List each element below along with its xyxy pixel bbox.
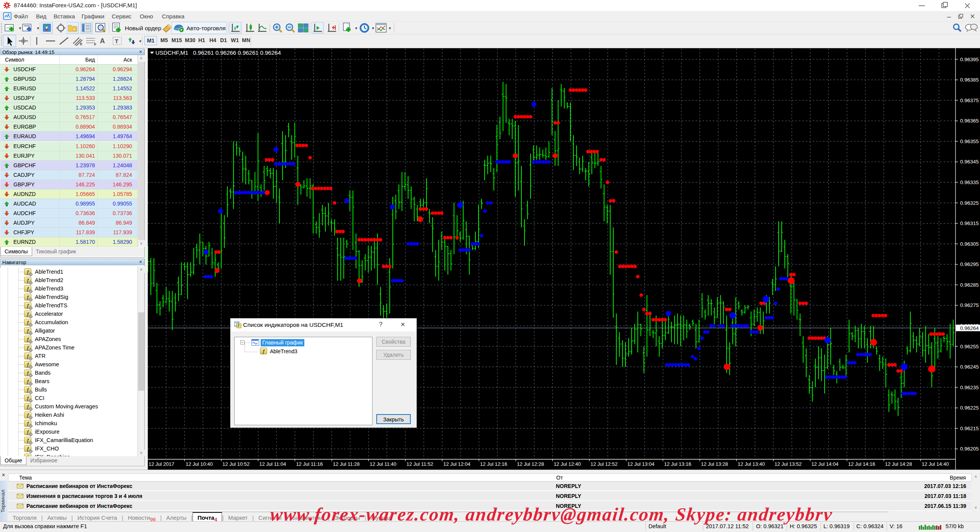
svg-text:12 Jul 10:52: 12 Jul 10:52 xyxy=(222,461,250,467)
svg-text:12 Jul 13:52: 12 Jul 13:52 xyxy=(774,461,802,467)
svg-text:12 Jul 13:28: 12 Jul 13:28 xyxy=(701,461,728,467)
svg-text:12 Jul 13:40: 12 Jul 13:40 xyxy=(738,461,765,467)
svg-text:0.96335: 0.96335 xyxy=(960,180,979,185)
svg-text:F: F xyxy=(94,42,96,46)
svg-text:0.96225: 0.96225 xyxy=(960,405,979,411)
svg-text:12 Jul 14:16: 12 Jul 14:16 xyxy=(848,461,875,467)
svg-text:E: E xyxy=(80,42,82,46)
svg-text:0.96305: 0.96305 xyxy=(960,241,979,247)
svg-text:0.96245: 0.96245 xyxy=(960,364,979,370)
svg-text:0.96325: 0.96325 xyxy=(960,200,979,206)
svg-text:12 Jul 11:40: 12 Jul 11:40 xyxy=(370,461,397,467)
svg-text:12 Jul 11:52: 12 Jul 11:52 xyxy=(407,461,433,467)
svg-text:0.96205: 0.96205 xyxy=(960,446,979,452)
svg-text:USDCHF,M1 0.96261 0.96266 0.: USDCHF,M1 0.96261 0.96266 0.96261 0.9626… xyxy=(155,49,281,56)
svg-text:12 Jul 2017: 12 Jul 2017 xyxy=(149,461,174,467)
svg-text:12 Jul 14:28: 12 Jul 14:28 xyxy=(885,461,912,467)
svg-text:12 Jul 12:40: 12 Jul 12:40 xyxy=(554,461,581,467)
svg-text:0.96385: 0.96385 xyxy=(960,77,979,83)
svg-text:12 Jul 11:16: 12 Jul 11:16 xyxy=(296,461,323,467)
svg-text:0.96395: 0.96395 xyxy=(960,57,979,62)
svg-text:T: T xyxy=(115,38,118,44)
svg-text:0.96275: 0.96275 xyxy=(960,302,979,308)
svg-text:12 Jul 12:04: 12 Jul 12:04 xyxy=(443,461,470,467)
svg-text:12 Jul 11:04: 12 Jul 11:04 xyxy=(259,461,286,467)
svg-text:0.96235: 0.96235 xyxy=(960,385,979,390)
svg-text:0.96355: 0.96355 xyxy=(960,139,979,144)
svg-text:0.96285: 0.96285 xyxy=(960,282,979,288)
svg-text:12 Jul 14:04: 12 Jul 14:04 xyxy=(811,461,838,467)
svg-text:0.96215: 0.96215 xyxy=(960,426,979,431)
svg-text:0.96255: 0.96255 xyxy=(960,344,979,349)
svg-text:12 Jul 11:28: 12 Jul 11:28 xyxy=(333,461,360,467)
svg-text:0.96375: 0.96375 xyxy=(960,98,979,103)
svg-text:12 Jul 14:40: 12 Jul 14:40 xyxy=(922,461,949,467)
svg-text:12 Jul 10:40: 12 Jul 10:40 xyxy=(186,461,213,467)
svg-text:12 Jul 12:16: 12 Jul 12:16 xyxy=(480,461,507,467)
svg-text:0.96315: 0.96315 xyxy=(960,220,979,226)
svg-text:0.96264: 0.96264 xyxy=(960,325,979,331)
svg-text:0.96345: 0.96345 xyxy=(960,159,979,165)
svg-text:12 Jul 12:52: 12 Jul 12:52 xyxy=(591,461,618,467)
svg-text:12 Jul 13:04: 12 Jul 13:04 xyxy=(627,461,655,467)
svg-text:12 Jul 13:16: 12 Jul 13:16 xyxy=(664,461,691,467)
svg-text:12 Jul 12:28: 12 Jul 12:28 xyxy=(517,461,544,467)
svg-text:0.96295: 0.96295 xyxy=(960,261,979,267)
svg-text:0.96365: 0.96365 xyxy=(960,118,979,124)
